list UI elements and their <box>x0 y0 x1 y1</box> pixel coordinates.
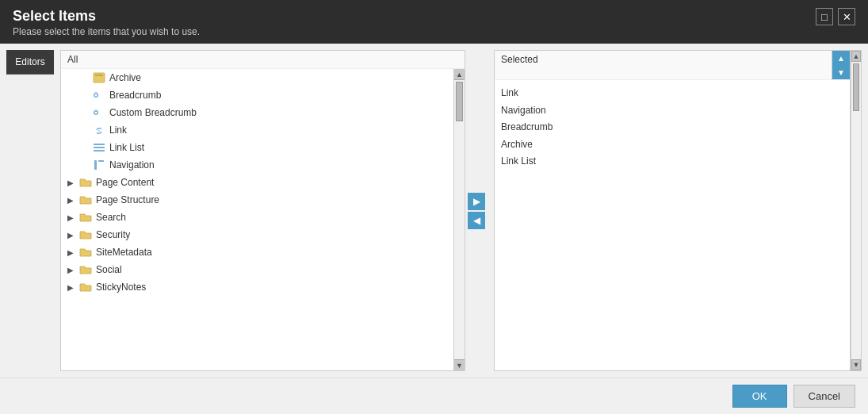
custom-breadcrumb-icon <box>93 106 105 119</box>
svg-rect-14 <box>94 160 97 170</box>
svg-rect-1 <box>95 75 103 76</box>
dialog-title-block: Select Items Please select the items tha… <box>13 8 200 37</box>
link-list-label: Link List <box>109 142 144 153</box>
security-label: Security <box>96 229 130 240</box>
right-outer-scroll-down[interactable]: ▼ <box>851 359 861 370</box>
tree-item-page-structure[interactable]: ▶ Page Structure <box>61 191 453 209</box>
page-structure-folder-icon <box>79 194 92 206</box>
tree-item-site-metadata[interactable]: ▶ SiteMetadata <box>61 243 453 261</box>
breadcrumb-label: Breadcrumb <box>109 90 161 101</box>
selected-item-breadcrumb[interactable]: Breadcrumb <box>501 119 843 136</box>
dialog-header: Select Items Please select the items tha… <box>0 0 868 44</box>
move-up-button[interactable]: ▲ <box>832 51 850 65</box>
dialog-subtitle: Please select the items that you wish to… <box>13 26 200 37</box>
expand-search: ▶ <box>67 213 75 222</box>
svg-point-9 <box>95 110 96 111</box>
selected-item-navigation[interactable]: Navigation <box>501 102 843 120</box>
right-outer-scroll-thumb <box>853 63 859 111</box>
right-outer-scrollbar: ▲ ▼ <box>851 50 862 371</box>
left-panel: All Archive <box>60 50 465 371</box>
tree-item-link-list[interactable]: Link List <box>61 139 453 156</box>
expand-social: ▶ <box>67 266 75 274</box>
maximize-button[interactable]: □ <box>816 8 833 25</box>
svg-rect-0 <box>94 73 105 82</box>
svg-rect-15 <box>98 160 104 162</box>
close-button[interactable]: ✕ <box>838 8 855 25</box>
right-panel-arrows: ▲ ▼ <box>832 51 850 80</box>
page-structure-label: Page Structure <box>96 194 159 205</box>
move-down-button[interactable]: ▼ <box>832 65 850 79</box>
left-scroll: ▲ ▼ <box>453 69 465 370</box>
social-label: Social <box>96 264 122 275</box>
panels-area: All Archive <box>60 50 862 371</box>
dialog: Select Items Please select the items tha… <box>0 0 868 414</box>
custom-breadcrumb-label: Custom Breadcrumb <box>109 107 197 118</box>
right-panel: Selected ▲ ▼ Link Navigation Breadcrumb … <box>494 50 851 371</box>
selected-label: Selected <box>495 51 832 80</box>
navigation-label: Navigation <box>109 159 155 171</box>
dialog-footer: OK Cancel <box>0 378 868 414</box>
expand-page-content: ▶ <box>67 178 75 187</box>
left-scroll-up[interactable]: ▲ <box>454 69 465 80</box>
selected-list: Link Navigation Breadcrumb Archive Link … <box>495 80 850 370</box>
sticky-notes-folder-icon <box>79 281 92 293</box>
right-outer-scroll-up[interactable]: ▲ <box>851 51 861 62</box>
tree-item-breadcrumb[interactable]: Breadcrumb <box>61 86 453 104</box>
tree-item-sticky-notes[interactable]: ▶ StickyNotes <box>61 278 453 296</box>
left-scroll-down[interactable]: ▼ <box>454 359 465 370</box>
all-label: All <box>61 51 465 69</box>
tree-item-search[interactable]: ▶ Search <box>61 209 453 226</box>
svg-point-5 <box>95 93 96 94</box>
svg-rect-11 <box>94 144 105 145</box>
tree-item-custom-breadcrumb[interactable]: Custom Breadcrumb <box>61 104 453 121</box>
tree-item-social[interactable]: ▶ Social <box>61 261 453 278</box>
expand-sticky-notes: ▶ <box>67 283 75 292</box>
right-outer-scroll-track <box>851 62 861 359</box>
expand-site-metadata: ▶ <box>67 248 75 257</box>
page-content-label: Page Content <box>96 177 154 188</box>
left-scroll-track <box>454 80 465 359</box>
tab-editors[interactable]: Editors <box>6 50 54 75</box>
svg-rect-13 <box>94 150 105 151</box>
right-panel-header: Selected ▲ ▼ <box>495 51 850 80</box>
archive-label: Archive <box>109 72 141 83</box>
dialog-body: Editors All <box>0 44 868 378</box>
sticky-notes-label: StickyNotes <box>96 282 146 293</box>
expand-security: ▶ <box>67 231 75 240</box>
middle-arrows: ▶ ◀ <box>465 50 488 371</box>
site-metadata-folder-icon <box>79 246 92 259</box>
ok-button[interactable]: OK <box>732 385 787 408</box>
svg-rect-12 <box>94 147 105 148</box>
social-folder-icon <box>79 263 92 276</box>
tree-item-navigation[interactable]: Navigation <box>61 156 453 174</box>
search-folder-icon <box>79 211 92 224</box>
tree-item-page-content[interactable]: ▶ Page Content <box>61 174 453 191</box>
tabs-sidebar: Editors <box>6 50 54 371</box>
cancel-button[interactable]: Cancel <box>793 385 855 408</box>
left-scroll-thumb <box>456 82 463 121</box>
move-right-button[interactable]: ▶ <box>468 193 485 210</box>
site-metadata-label: SiteMetadata <box>96 247 152 258</box>
search-label: Search <box>96 212 126 223</box>
selected-item-link[interactable]: Link <box>501 85 843 102</box>
breadcrumb-icon <box>93 89 105 102</box>
navigation-icon <box>93 159 105 171</box>
tree-item-link[interactable]: Link <box>61 121 453 139</box>
page-content-folder-icon <box>79 176 92 189</box>
security-folder-icon <box>79 228 92 241</box>
dialog-title: Select Items <box>13 8 200 25</box>
dialog-header-buttons: □ ✕ <box>816 8 855 25</box>
selected-item-archive[interactable]: Archive <box>501 136 843 154</box>
left-panel-inner: Archive <box>61 69 465 370</box>
move-left-button[interactable]: ◀ <box>468 212 485 229</box>
selected-item-link-list[interactable]: Link List <box>501 153 843 171</box>
tree-item-security[interactable]: ▶ Security <box>61 226 453 243</box>
link-label: Link <box>109 125 127 136</box>
svg-line-10 <box>98 131 100 132</box>
link-list-icon <box>93 141 105 154</box>
link-icon <box>93 124 105 136</box>
panels-content: All Archive <box>60 50 862 371</box>
archive-icon <box>93 71 105 84</box>
tree-container[interactable]: Archive <box>61 69 453 370</box>
tree-item-archive[interactable]: Archive <box>61 69 453 86</box>
